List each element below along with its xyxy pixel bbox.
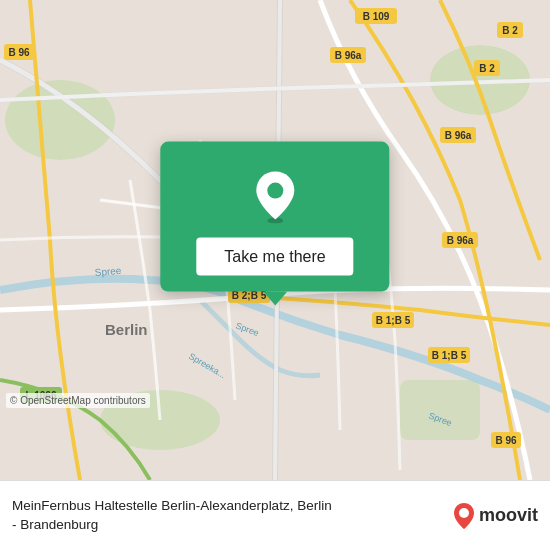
moovit-pin-icon [453,502,475,530]
moovit-brand-text: moovit [479,505,538,526]
svg-point-35 [267,183,283,199]
popup-card: Take me there [160,142,389,292]
svg-rect-4 [400,380,480,440]
svg-text:B 96a: B 96a [335,50,362,61]
svg-point-36 [459,508,469,518]
svg-text:B 96: B 96 [495,435,517,446]
bottom-bar: MeinFernbus Haltestelle Berlin-Alexander… [0,480,550,550]
svg-text:B 1;B 5: B 1;B 5 [432,350,467,361]
moovit-logo: moovit [453,502,538,530]
svg-text:B 96a: B 96a [445,130,472,141]
take-me-there-button[interactable]: Take me there [196,238,353,276]
osm-attribution: © OpenStreetMap contributors [6,393,150,408]
location-pin-icon [253,170,297,224]
popup-overlay: Take me there [160,142,389,306]
svg-text:B 96a: B 96a [447,235,474,246]
svg-text:Spree: Spree [94,265,122,278]
svg-text:B 2: B 2 [502,25,518,36]
location-description: MeinFernbus Haltestelle Berlin-Alexander… [12,497,453,535]
map-container: B 109 B 96 B 2 B 96a B 2 B 96a B 96a B 2… [0,0,550,480]
svg-text:Berlin: Berlin [105,321,148,338]
popup-pointer [263,292,287,306]
svg-text:B 109: B 109 [363,11,390,22]
svg-text:B 2: B 2 [479,63,495,74]
svg-text:B 96: B 96 [8,47,30,58]
svg-text:B 1;B 5: B 1;B 5 [376,315,411,326]
